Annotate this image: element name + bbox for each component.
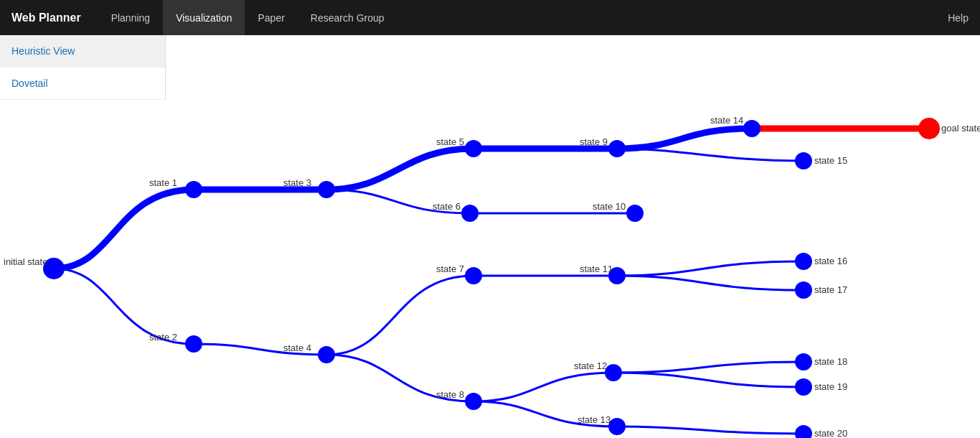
nav-links: Planning Visualization Paper Research Gr… — [98, 0, 948, 35]
nav-visualization[interactable]: Visualization — [163, 0, 245, 35]
help-link[interactable]: Help — [948, 12, 969, 24]
nav-planning[interactable]: Planning — [98, 0, 164, 35]
navbar: Web Planner Planning Visualization Paper… — [0, 0, 980, 35]
nav-research-group[interactable]: Research Group — [298, 0, 397, 35]
brand-title: Web Planner — [11, 11, 81, 24]
nav-paper[interactable]: Paper — [245, 0, 297, 35]
